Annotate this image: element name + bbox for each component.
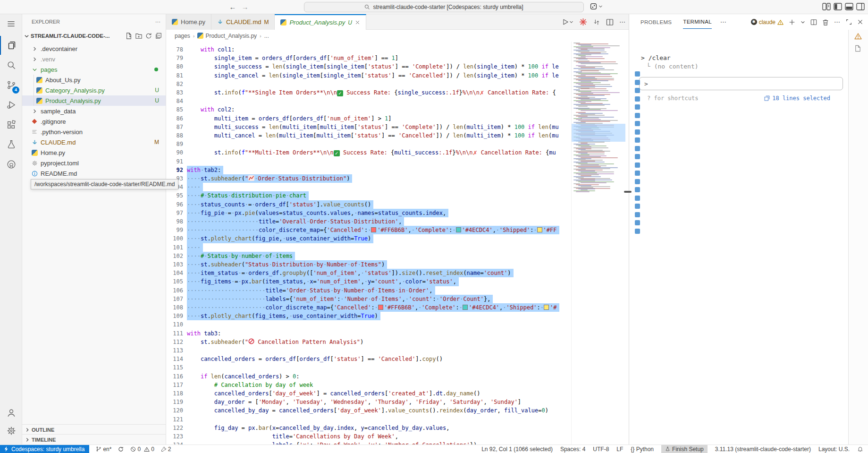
new-folder-icon[interactable]: [135, 33, 142, 39]
remote-indicator[interactable]: [590, 2, 603, 10]
run-dropdown-icon[interactable]: [569, 20, 573, 24]
terminal-command-decoration[interactable]: [635, 171, 640, 176]
lines-selected-status[interactable]: 18 lines selected: [764, 95, 830, 102]
terminal-command-decoration[interactable]: [635, 146, 640, 151]
file-row-sample_data[interactable]: sample_data: [22, 106, 166, 116]
encoding-status[interactable]: UTF-8: [593, 446, 609, 453]
python-interpreter-status[interactable]: 3.11.13 (streamlit-claude-code-starter): [715, 446, 811, 453]
claude-prompt-input[interactable]: >: [639, 77, 843, 90]
terminal-command-decoration[interactable]: [635, 113, 640, 118]
breadcrumb-item[interactable]: ...: [264, 33, 269, 39]
sidebar-item-source-control[interactable]: 4: [0, 76, 22, 94]
maximize-panel-icon[interactable]: [846, 19, 852, 25]
breadcrumb-item[interactable]: pages: [175, 33, 190, 39]
editor-more-icon[interactable]: ⋯: [619, 18, 626, 26]
tab-Product_Analysis.py[interactable]: Product_Analysis.py U: [275, 14, 366, 30]
sidebar-item-testing[interactable]: [0, 135, 22, 154]
tab-problems[interactable]: PROBLEMS: [640, 16, 672, 29]
sidebar-item-extensions[interactable]: [0, 115, 22, 134]
close-icon[interactable]: [355, 20, 360, 25]
file-row-CLAUDE.md[interactable]: CLAUDE.md M: [22, 137, 166, 147]
tab-Home.py[interactable]: Home.py: [166, 14, 211, 30]
file-row-.python-version[interactable]: .python-version: [22, 127, 166, 137]
customize-layout-button[interactable]: [822, 3, 832, 11]
terminal-command-decoration[interactable]: [635, 204, 640, 209]
minimap[interactable]: [571, 42, 625, 444]
warning-icon[interactable]: [854, 33, 862, 40]
workspace-section-header[interactable]: STREAMLIT-CLAUDE-CODE-...: [22, 30, 166, 42]
toggle-panel-button[interactable]: [845, 3, 854, 11]
tab-CLAUDE.md[interactable]: CLAUDE.md M: [211, 14, 275, 30]
terminal-dropdown-icon[interactable]: [801, 20, 805, 25]
terminal-command-decoration[interactable]: [635, 187, 640, 192]
streamlit-run-icon[interactable]: [579, 18, 587, 26]
settings-gear-icon[interactable]: [0, 421, 22, 440]
kill-terminal-icon[interactable]: [822, 19, 829, 26]
branch-status[interactable]: en*: [96, 446, 111, 453]
terminal-selector[interactable]: ✱ claude: [751, 19, 784, 26]
toggle-sidebar-button[interactable]: [834, 3, 843, 11]
new-file-icon[interactable]: [126, 33, 132, 39]
file-row-Category_Analysis.py[interactable]: Category_Analysis.py U: [22, 85, 166, 95]
nav-back-icon[interactable]: ←: [228, 2, 237, 12]
file-row-.venv[interactable]: .venv: [22, 54, 166, 64]
terminal-command-decoration[interactable]: [635, 96, 640, 102]
open-changes-icon[interactable]: [593, 18, 600, 26]
tools-status[interactable]: 2: [161, 446, 171, 453]
note-icon[interactable]: [854, 45, 861, 52]
terminal-command-decoration[interactable]: [635, 154, 640, 159]
finish-setup-button[interactable]: Finish Setup: [661, 445, 708, 453]
terminal-command-decoration[interactable]: [635, 71, 640, 77]
editor-code[interactable]: with col1: single_item = orders_df[order…: [187, 42, 569, 444]
accounts-icon[interactable]: [0, 403, 22, 422]
terminal-command-decoration[interactable]: [635, 80, 640, 85]
sidebar-item-github[interactable]: [0, 155, 22, 174]
run-button[interactable]: [561, 18, 573, 26]
outline-section[interactable]: OUTLINE: [22, 424, 166, 435]
terminal-command-decoration[interactable]: [635, 220, 640, 225]
terminal-command-decoration[interactable]: [635, 162, 640, 168]
sidebar-item-search[interactable]: [0, 56, 22, 75]
eol-status[interactable]: LF: [616, 446, 623, 453]
file-row-README.md[interactable]: README.md: [22, 168, 166, 179]
file-row-.devcontainer[interactable]: .devcontainer: [22, 43, 166, 54]
split-editor-icon[interactable]: [606, 18, 614, 26]
sidebar-item-explorer[interactable]: [0, 36, 22, 55]
code-editor[interactable]: 7879808182838485868788899091929394959697…: [166, 42, 629, 444]
refresh-icon[interactable]: [145, 33, 152, 39]
collapse-all-icon[interactable]: [155, 33, 162, 39]
terminal-command-decoration[interactable]: [635, 196, 640, 201]
file-row-About_Us.py[interactable]: About_Us.py: [22, 75, 166, 85]
tab-terminal[interactable]: TERMINAL: [683, 15, 712, 29]
keyboard-layout-status[interactable]: Layout: U.S.: [818, 446, 850, 453]
language-status[interactable]: {} Python: [631, 446, 654, 453]
explorer-more-icon[interactable]: ⋯: [155, 19, 161, 25]
split-terminal-icon[interactable]: [810, 19, 817, 26]
close-panel-icon[interactable]: [857, 19, 863, 25]
file-row-pyproject.toml[interactable]: pyproject.toml: [22, 158, 166, 168]
breadcrumb-item[interactable]: Product_Analysis.py: [197, 33, 257, 39]
terminal-content[interactable]: > /clear └ (no content) > ? for shortcut…: [629, 30, 868, 444]
terminal-command-decoration[interactable]: [635, 121, 640, 126]
terminal-command-decoration[interactable]: [635, 212, 640, 217]
panel-more-icon[interactable]: ⋯: [720, 18, 727, 26]
timeline-section[interactable]: TIMELINE: [22, 434, 166, 444]
file-row-Home.py[interactable]: Home.py: [22, 147, 166, 158]
command-center-search[interactable]: streamlit-claude-code-starter [Codespace…: [304, 2, 584, 12]
toggle-secondary-sidebar-button[interactable]: [856, 3, 866, 11]
terminal-command-decoration[interactable]: [635, 129, 640, 135]
remote-status-button[interactable]: Codespaces: sturdy umbrella: [0, 445, 89, 453]
file-row-Product_Analysis.py[interactable]: Product_Analysis.py U: [22, 95, 166, 106]
terminal-command-decoration[interactable]: [635, 88, 640, 93]
sidebar-item-run-debug[interactable]: [0, 95, 22, 114]
breadcrumb[interactable]: pages›Product_Analysis.py›...: [166, 30, 629, 42]
new-terminal-icon[interactable]: [789, 19, 795, 26]
file-row-.gitignore[interactable]: .gitignore: [22, 116, 166, 127]
problems-status[interactable]: 0 0: [130, 446, 154, 453]
nav-forward-icon[interactable]: →: [240, 2, 250, 12]
file-row-pages[interactable]: pages: [22, 64, 166, 75]
sash-handle[interactable]: [624, 191, 632, 193]
terminal-command-decoration[interactable]: [635, 229, 640, 234]
menu-icon[interactable]: [0, 14, 22, 33]
indentation-status[interactable]: Spaces: 4: [560, 446, 585, 453]
